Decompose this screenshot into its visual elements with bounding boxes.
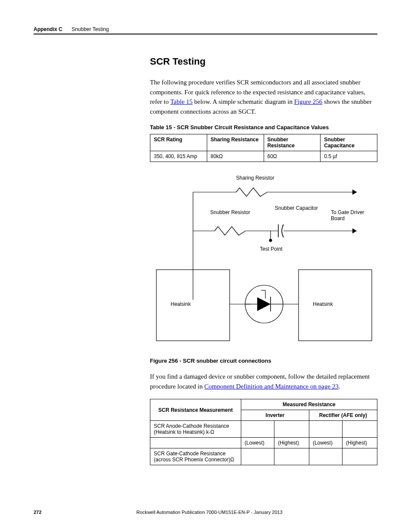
measurement-table: SCR Resistance Measurement Measured Resi… <box>150 399 377 465</box>
table15-caption: Table 15 - SCR Snubber Circuit Resistanc… <box>150 124 377 131</box>
schematic-svg <box>150 175 378 352</box>
test-point-label: Test Point <box>260 246 283 252</box>
svg-point-7 <box>269 239 272 242</box>
t2-r1c2 <box>274 421 309 438</box>
t2-low1: (Lowest) <box>241 438 274 448</box>
to-gate-label: To Gate Driver Board <box>331 209 378 221</box>
t2-h3: Inverter <box>241 410 309 421</box>
snubber-capacitor-label: Snubber Capacitor <box>275 205 318 211</box>
t15-h2: Sharing Resistance <box>207 134 264 151</box>
intro-paragraph: The following procedure verifies SCR sem… <box>150 78 377 116</box>
heatsink-left-label: Heatsink <box>171 301 191 307</box>
page-header: Appendix C Snubber Testing <box>34 26 377 34</box>
main-content: SCR Testing The following procedure veri… <box>150 56 377 465</box>
component-def-link[interactable]: Component Definition and Maintenance on … <box>204 383 339 390</box>
svg-marker-18 <box>257 297 271 311</box>
paragraph-2: If you find a damaged device or snubber … <box>150 372 377 391</box>
snubber-resistor-label: Snubber Resistor <box>210 209 250 215</box>
t2-h4: Rectifier (AFE only) <box>309 410 377 421</box>
section-title: SCR Testing <box>150 56 377 67</box>
t15-h3: Snubber Resistance <box>264 134 321 151</box>
table15-link[interactable]: Table 15 <box>170 98 193 105</box>
page-number: 272 <box>34 510 41 515</box>
t2-r1c3 <box>309 421 342 438</box>
t2-r2c3 <box>309 448 342 465</box>
svg-marker-10 <box>352 190 357 195</box>
t15-h1: SCR Rating <box>150 134 207 151</box>
t15-c3: 60Ω <box>264 151 321 162</box>
t2-r1c4 <box>342 421 377 438</box>
svg-marker-11 <box>352 228 357 233</box>
t2-r1: SCR Anode-Cathode Resistance (Heatsink t… <box>150 421 241 438</box>
t2-high1: (Highest) <box>274 438 309 448</box>
t2-lh-empty <box>150 438 241 448</box>
table15: SCR Rating Sharing Resistance Snubber Re… <box>150 134 377 162</box>
p2-text-2: . <box>339 383 340 390</box>
t2-r2c4 <box>342 448 377 465</box>
page-footer: 272 Rockwell Automation Publication 7000… <box>34 510 377 515</box>
t2-high2: (Highest) <box>342 438 377 448</box>
intro-text-2: below. A simple schematic diagram in <box>193 98 294 105</box>
t2-h1: SCR Resistance Measurement <box>150 399 241 421</box>
header-topic: Snubber Testing <box>72 26 109 32</box>
schematic-figure: Sharing Resistor Snubber Resistor Snubbe… <box>150 175 378 352</box>
t2-r2: SCR Gate-Cathode Resistance (across SCR … <box>150 448 241 465</box>
t15-c2: 80kΩ <box>207 151 264 162</box>
publication-info: Rockwell Automation Publication 7000-UM1… <box>34 510 377 515</box>
appendix-label: Appendix C <box>34 26 62 32</box>
figure256-caption: Figure 256 - SCR snubber circuit connect… <box>150 358 377 364</box>
figure256-link[interactable]: Figure 256 <box>294 98 322 105</box>
t2-r2c1 <box>241 448 274 465</box>
t2-r1c1 <box>241 421 274 438</box>
t15-c4: 0.5 µf <box>321 151 377 162</box>
t15-h4: Snubber Capacitance <box>321 134 377 151</box>
t2-low2: (Lowest) <box>309 438 342 448</box>
t15-c1: 350, 400, 815 Amp <box>150 151 207 162</box>
t2-h2: Measured Resistance <box>241 399 377 410</box>
t2-r2c2 <box>274 448 309 465</box>
sharing-resistor-label: Sharing Resistor <box>236 175 274 181</box>
heatsink-right-label: Heatsink <box>313 301 333 307</box>
svg-rect-14 <box>299 270 372 341</box>
